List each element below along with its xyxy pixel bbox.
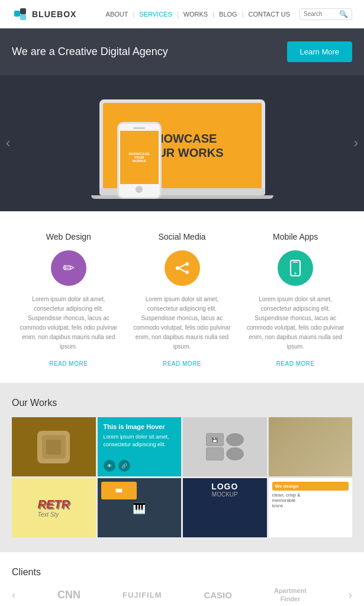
logo-icon bbox=[12, 6, 28, 22]
work-item-5[interactable]: RETR Text Sty bbox=[12, 478, 96, 537]
slider-next-arrow[interactable]: › bbox=[354, 136, 358, 151]
logo[interactable]: BLUEBOX bbox=[12, 6, 76, 22]
phone-device: SHOWCASEYOURWORKS bbox=[117, 122, 162, 199]
svg-line-6 bbox=[179, 265, 185, 267]
works-grid: This is Image Hover Lorem ipsum dolor si… bbox=[12, 417, 352, 537]
read-more-3[interactable]: READ MORE bbox=[276, 360, 315, 367]
service-title-2: Social Media bbox=[131, 232, 233, 241]
nav-blog[interactable]: BLOG bbox=[214, 11, 242, 18]
clients-title: Clients bbox=[12, 567, 352, 578]
work-item-2[interactable]: This is Image Hover Lorem ipsum dolor si… bbox=[98, 417, 182, 476]
clients-row: ‹ CNN FUJIFILM CASIO ApartmentFinder › bbox=[12, 586, 352, 604]
service-desc-2: Lorem ipsum dolor sit amet, consectetur … bbox=[131, 295, 233, 352]
search-icon[interactable]: 🔍 bbox=[339, 10, 348, 18]
work-item-1[interactable] bbox=[12, 417, 96, 476]
read-more-1[interactable]: READ MORE bbox=[49, 360, 88, 367]
client-fujifilm: FUJIFILM bbox=[123, 591, 162, 599]
work-link-icon[interactable]: 🔗 bbox=[118, 460, 130, 472]
work-item-7[interactable]: LOGO MOCKUP bbox=[183, 478, 267, 537]
clients-section: Clients ‹ CNN FUJIFILM CASIO ApartmentFi… bbox=[0, 552, 364, 606]
learn-more-button[interactable]: Learn More bbox=[287, 41, 352, 62]
phone-screen-text: SHOWCASEYOURWORKS bbox=[128, 152, 149, 163]
svg-rect-0 bbox=[14, 11, 20, 17]
nav-contact[interactable]: CONTACT US bbox=[244, 11, 295, 18]
hero-title: We are a Creative Digital Agency bbox=[12, 46, 168, 58]
header: BLUEBOX ABOUT | SERVICES | WORKS | BLOG … bbox=[0, 0, 364, 28]
client-apartment-finder: ApartmentFinder bbox=[274, 586, 307, 604]
nav-about[interactable]: ABOUT bbox=[101, 11, 133, 18]
svg-point-9 bbox=[295, 273, 297, 275]
clients-prev-arrow[interactable]: ‹ bbox=[12, 589, 15, 601]
phone-home-button bbox=[136, 186, 143, 193]
service-icon-web: ✏ bbox=[51, 250, 86, 286]
svg-rect-2 bbox=[20, 14, 26, 20]
slider-section: ‹ SHOWCASEYOURWORKS SHOWCASEYOUR WORKS › bbox=[0, 75, 364, 211]
nav-works[interactable]: WORKS bbox=[179, 11, 213, 18]
work-view-icon[interactable]: 👁 bbox=[104, 460, 115, 472]
search-box[interactable]: 🔍 bbox=[299, 8, 352, 20]
work-item-8[interactable]: We design clean, crisp & memorable icons bbox=[269, 478, 353, 537]
main-nav: ABOUT | SERVICES | WORKS | BLOG | CONTAC… bbox=[101, 8, 352, 20]
work-overlay: This is Image Hover Lorem ipsum dolor si… bbox=[98, 417, 182, 476]
service-social-media: Social Media Lorem ipsum dolor sit amet,… bbox=[125, 232, 239, 368]
read-more-2[interactable]: READ MORE bbox=[163, 360, 201, 367]
clients-next-arrow[interactable]: › bbox=[349, 589, 352, 601]
service-mobile-apps: Mobile Apps Lorem ipsum dolor sit amet, … bbox=[239, 232, 352, 368]
service-icon-mobile bbox=[278, 250, 313, 286]
service-icon-social bbox=[165, 250, 200, 286]
work-overlay-title: This is Image Hover bbox=[104, 423, 176, 430]
work-overlay-icons: 👁 🔗 bbox=[104, 460, 130, 472]
work-item-6[interactable]: ⌨ 🎹 bbox=[98, 478, 182, 537]
retro-text: RETR bbox=[38, 498, 70, 511]
works-title: Our Works bbox=[12, 398, 352, 408]
services-grid: Web Design ✏ Lorem ipsum dolor sit amet,… bbox=[12, 232, 352, 368]
services-section: Web Design ✏ Lorem ipsum dolor sit amet,… bbox=[0, 211, 364, 383]
work-item-3[interactable]: 💾 bbox=[183, 417, 267, 476]
svg-line-7 bbox=[179, 269, 185, 272]
device-container: SHOWCASEYOURWORKS SHOWCASEYOUR WORKS bbox=[99, 99, 265, 199]
search-input[interactable] bbox=[304, 11, 339, 17]
work-overlay-desc: Lorem ipsum dolor sit amet, consectetur … bbox=[104, 433, 176, 448]
svg-point-3 bbox=[185, 262, 189, 266]
service-title-1: Web Design bbox=[18, 232, 120, 241]
client-cnn: CNN bbox=[57, 589, 80, 601]
works-section: Our Works This is Image Hover Lorem ipsu… bbox=[0, 383, 364, 552]
work-item-4[interactable] bbox=[269, 417, 353, 476]
service-title-3: Mobile Apps bbox=[244, 232, 346, 241]
slider-prev-arrow[interactable]: ‹ bbox=[6, 136, 10, 151]
client-casio: CASIO bbox=[204, 590, 232, 600]
logo-text: BLUEBOX bbox=[32, 9, 76, 19]
svg-point-4 bbox=[176, 266, 179, 270]
svg-rect-1 bbox=[20, 8, 26, 14]
nav-services[interactable]: SERVICES bbox=[134, 11, 176, 18]
hero-section: We are a Creative Digital Agency Learn M… bbox=[0, 28, 364, 75]
service-web-design: Web Design ✏ Lorem ipsum dolor sit amet,… bbox=[12, 232, 125, 368]
phone-screen: SHOWCASEYOURWORKS bbox=[120, 131, 159, 184]
phone-speaker bbox=[133, 127, 145, 129]
service-desc-3: Lorem ipsum dolor sit amet, consectetur … bbox=[244, 295, 346, 352]
svg-point-5 bbox=[185, 270, 189, 274]
service-desc-1: Lorem ipsum dolor sit amet, consectetur … bbox=[18, 295, 120, 352]
